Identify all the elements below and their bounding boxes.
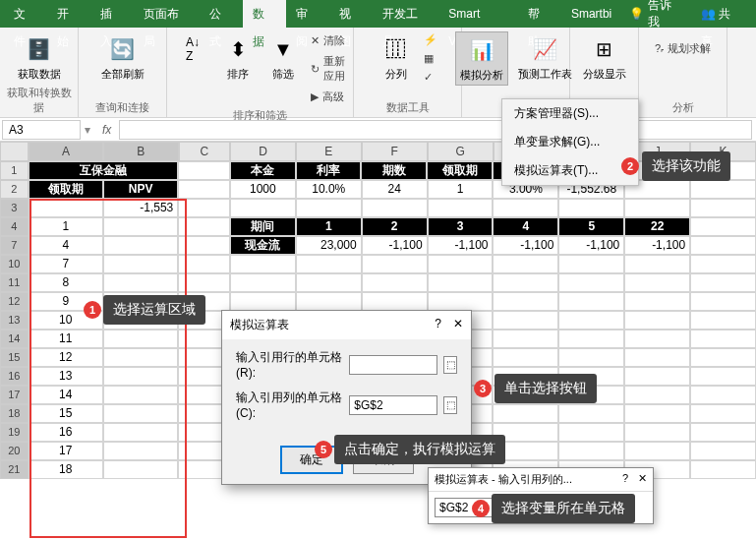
cell[interactable] — [690, 348, 756, 367]
cell[interactable] — [558, 404, 624, 423]
cell[interactable]: 23,000 — [296, 236, 362, 255]
cell[interactable]: -1,553 — [103, 199, 178, 217]
cell[interactable] — [690, 273, 756, 292]
cell[interactable]: -1,100 — [362, 236, 428, 255]
cell[interactable]: 24 — [362, 180, 428, 199]
ok-button[interactable]: 确定 — [280, 446, 343, 474]
cell[interactable] — [558, 442, 624, 460]
row-header[interactable]: 3 — [0, 199, 29, 217]
tell-me[interactable]: 💡告诉我 — [621, 0, 691, 30]
tab-help[interactable]: 帮助 — [518, 0, 561, 28]
text-to-columns-button[interactable]: ⿲分列 — [377, 31, 416, 84]
tab-file[interactable]: 文件 — [4, 0, 47, 28]
col-header-F[interactable]: F — [362, 142, 428, 161]
cell[interactable]: 8 — [29, 273, 103, 292]
cell[interactable] — [624, 404, 690, 423]
dialog-help-icon[interactable]: ? — [435, 317, 441, 330]
tab-dev[interactable]: 开发工具 — [373, 0, 439, 28]
cell[interactable]: 16 — [29, 423, 103, 442]
cell[interactable] — [690, 386, 756, 404]
cell[interactable]: 现金流 — [230, 236, 296, 255]
row-header[interactable]: 11 — [0, 273, 29, 292]
solver-button[interactable]: ?ᵣ规划求解 — [653, 39, 713, 58]
cell[interactable]: 15 — [29, 404, 103, 423]
cell[interactable]: -1,100 — [558, 236, 624, 255]
cell[interactable]: 1 — [428, 180, 494, 199]
cell[interactable] — [103, 348, 178, 367]
cell[interactable] — [362, 255, 428, 273]
cell[interactable] — [558, 255, 624, 273]
cell[interactable]: 本金 — [230, 161, 296, 180]
tab-view[interactable]: 视图 — [329, 0, 373, 28]
cell[interactable] — [103, 460, 178, 479]
sort-az-button[interactable]: A↓Z — [173, 31, 212, 67]
cell[interactable] — [103, 330, 178, 348]
row-header[interactable]: 17 — [0, 386, 29, 404]
cell[interactable] — [558, 423, 624, 442]
cell[interactable]: 期数 — [361, 161, 427, 180]
col-header-G[interactable]: G — [428, 142, 494, 161]
cell[interactable] — [103, 404, 178, 423]
cell[interactable] — [29, 199, 103, 217]
filter-button[interactable]: ▼筛选 — [263, 31, 303, 84]
row-header[interactable]: 12 — [0, 292, 29, 311]
cell[interactable] — [558, 273, 624, 292]
cell[interactable]: 7 — [29, 255, 103, 273]
row-header[interactable]: 20 — [0, 442, 29, 460]
cell[interactable]: 17 — [29, 442, 103, 460]
cell[interactable] — [624, 255, 690, 273]
cell[interactable] — [690, 292, 756, 311]
cell[interactable] — [178, 273, 230, 292]
get-data-button[interactable]: 🗄️ 获取数据 — [14, 31, 65, 84]
col-picker-icon[interactable]: ⬚ — [443, 396, 457, 414]
cell[interactable] — [296, 255, 362, 273]
cell[interactable] — [690, 423, 756, 442]
cell[interactable] — [296, 199, 362, 217]
cell[interactable] — [178, 236, 230, 255]
data-validation-button[interactable]: ✓ — [422, 69, 439, 86]
cell[interactable] — [296, 273, 362, 292]
cell[interactable] — [690, 442, 756, 460]
col-header-A[interactable]: A — [29, 142, 103, 161]
row-header[interactable]: 21 — [0, 460, 29, 479]
cell[interactable] — [178, 180, 230, 199]
cell[interactable] — [690, 311, 756, 330]
cell[interactable]: 领取期 — [427, 161, 493, 180]
cell[interactable] — [690, 180, 756, 199]
flash-fill-button[interactable]: ⚡ — [422, 31, 439, 48]
cell[interactable] — [362, 273, 428, 292]
cell[interactable] — [103, 367, 178, 386]
remove-dup-button[interactable]: ▦ — [422, 50, 439, 67]
row-header[interactable]: 15 — [0, 348, 29, 367]
cell[interactable] — [558, 348, 624, 367]
cell[interactable] — [690, 217, 756, 236]
cell[interactable]: 14 — [29, 386, 103, 404]
outline-button[interactable]: ⊞分级显示 — [579, 31, 630, 84]
tab-review[interactable]: 审阅 — [286, 0, 329, 28]
cell[interactable] — [103, 423, 178, 442]
cell[interactable] — [558, 292, 624, 311]
cell[interactable] — [493, 273, 558, 292]
cell[interactable] — [624, 386, 690, 404]
cell[interactable] — [428, 199, 494, 217]
cell[interactable]: 11 — [29, 330, 103, 348]
cell[interactable] — [362, 292, 428, 311]
forecast-button[interactable]: 📈预测工作表 — [514, 31, 576, 84]
reapply-button[interactable]: ↻重新应用 — [309, 52, 347, 86]
cell[interactable] — [230, 292, 296, 311]
cell[interactable] — [493, 311, 558, 330]
cell[interactable] — [178, 217, 230, 236]
cell[interactable] — [493, 199, 558, 217]
scenario-manager-item[interactable]: 方案管理器(S)... — [502, 99, 638, 128]
cell[interactable] — [624, 423, 690, 442]
whatif-button[interactable]: 📊模拟分析 — [455, 31, 508, 86]
refresh-all-button[interactable]: 🔄 全部刷新 — [97, 31, 148, 84]
row-header[interactable]: 16 — [0, 367, 29, 386]
cell[interactable] — [624, 367, 690, 386]
cell[interactable] — [428, 273, 494, 292]
row-picker-icon[interactable]: ⬚ — [443, 356, 457, 374]
cell[interactable] — [493, 404, 558, 423]
col-header-B[interactable]: B — [103, 142, 178, 161]
cell[interactable] — [558, 199, 624, 217]
cell[interactable] — [558, 311, 624, 330]
